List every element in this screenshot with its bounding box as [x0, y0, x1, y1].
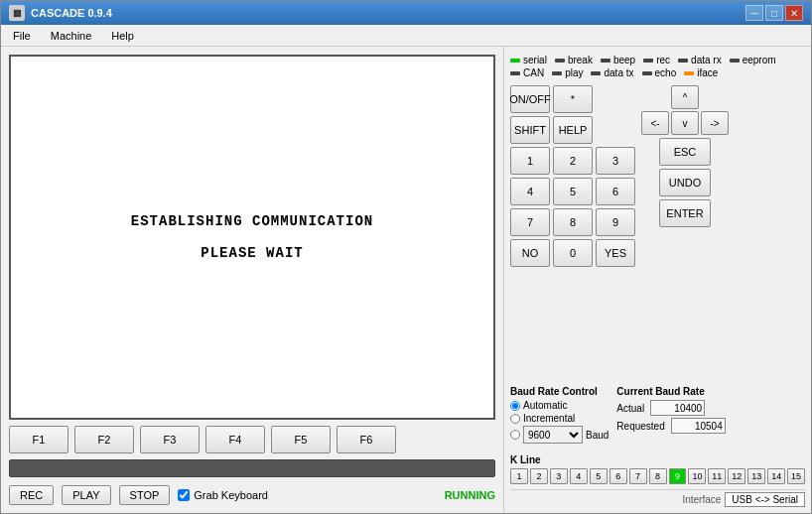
display-line2: PLEASE WAIT	[201, 245, 303, 261]
baud-requested-label: Requested	[616, 421, 664, 432]
f2-button[interactable]: F2	[74, 426, 134, 453]
keypad-row-123: 1 2 3	[510, 147, 635, 175]
indicator-data-tx: data tx	[591, 67, 633, 78]
esc-button[interactable]: ESC	[659, 138, 711, 166]
kline-btn-4[interactable]: 4	[570, 468, 588, 484]
arrow-middle-row: <- v ->	[641, 111, 729, 135]
menu-file[interactable]: File	[5, 28, 39, 44]
f3-button[interactable]: F3	[140, 426, 200, 453]
kline-btn-2[interactable]: 2	[530, 468, 548, 484]
baud-actual-field: Actual	[616, 400, 725, 416]
key-8[interactable]: 8	[553, 208, 593, 236]
left-arrow-button[interactable]: <-	[641, 111, 669, 135]
baud-right-title: Current Baud Rate	[616, 386, 725, 397]
label-echo: echo	[655, 67, 677, 78]
radio-automatic: Automatic	[510, 400, 609, 411]
label-beep: beep	[613, 55, 635, 65]
led-serial	[510, 59, 520, 63]
radio-manual-input[interactable]	[510, 430, 520, 440]
keypad-row-456: 4 5 6	[510, 178, 635, 205]
kline-btn-7[interactable]: 7	[629, 468, 647, 484]
key-0[interactable]: 0	[553, 239, 593, 267]
key-1[interactable]: 1	[510, 147, 550, 175]
no-button[interactable]: NO	[510, 239, 550, 267]
rec-button[interactable]: REC	[9, 485, 54, 505]
baud-select[interactable]: 9600 4800 19200 38400	[523, 426, 583, 444]
baud-left: Baud Rate Control Automatic Incremental …	[510, 386, 609, 446]
led-play	[552, 71, 562, 75]
baud-actual-input[interactable]	[650, 400, 705, 416]
led-beep	[601, 59, 610, 63]
help-button[interactable]: HELP	[553, 116, 593, 144]
kline-btn-9[interactable]: 9	[669, 468, 687, 484]
kline-btn-8[interactable]: 8	[649, 468, 667, 484]
f1-button[interactable]: F1	[9, 426, 68, 453]
indicator-echo: echo	[642, 67, 677, 78]
kline-btn-13[interactable]: 13	[747, 468, 765, 484]
shift-button[interactable]: SHIFT	[510, 116, 550, 144]
indicator-can: CAN	[510, 67, 544, 78]
kline-section: K Line 1 2 3 4 5 6 7 8 9 10 11 12 13 14 …	[510, 452, 805, 486]
onoff-button[interactable]: ON/OFF	[510, 85, 550, 113]
kline-btn-14[interactable]: 14	[767, 468, 785, 484]
led-data-tx	[591, 71, 601, 75]
star-button[interactable]: *	[553, 85, 593, 113]
led-break	[555, 59, 565, 63]
enter-button[interactable]: ENTER	[659, 199, 711, 227]
kline-btn-15[interactable]: 15	[787, 468, 805, 484]
menu-help[interactable]: Help	[103, 28, 142, 44]
yes-button[interactable]: YES	[596, 239, 635, 267]
title-bar: ▦ CASCADE 0.9.4 ─ □ ✕	[1, 1, 811, 25]
down-arrow-button[interactable]: v	[671, 111, 699, 135]
kline-buttons: 1 2 3 4 5 6 7 8 9 10 11 12 13 14 15	[510, 468, 805, 484]
key-2[interactable]: 2	[553, 147, 593, 175]
baud-requested-input[interactable]	[671, 418, 726, 434]
undo-button[interactable]: UNDO	[659, 169, 711, 196]
kline-btn-12[interactable]: 12	[728, 468, 745, 484]
label-can: CAN	[523, 67, 544, 78]
keypad-row-789: 7 8 9	[510, 208, 635, 236]
key-4[interactable]: 4	[510, 178, 550, 205]
key-6[interactable]: 6	[596, 178, 635, 205]
key-3[interactable]: 3	[596, 147, 635, 175]
menu-machine[interactable]: Machine	[43, 28, 100, 44]
f4-button[interactable]: F4	[205, 426, 265, 453]
indicator-iface: iface	[684, 67, 718, 78]
up-arrow-button[interactable]: ^	[671, 85, 699, 109]
f6-button[interactable]: F6	[337, 426, 396, 453]
label-serial: serial	[523, 55, 547, 65]
radio-incremental-input[interactable]	[510, 414, 520, 424]
key-5[interactable]: 5	[553, 178, 593, 205]
right-arrow-button[interactable]: ->	[701, 111, 729, 135]
radio-manual: 9600 4800 19200 38400 Baud	[510, 426, 609, 444]
kline-btn-6[interactable]: 6	[609, 468, 627, 484]
indicator-break: break	[555, 55, 593, 65]
function-keys: F1 F2 F3 F4 F5 F6	[9, 426, 495, 453]
close-button[interactable]: ✕	[785, 5, 803, 21]
minimize-button[interactable]: ─	[745, 5, 763, 21]
kline-btn-3[interactable]: 3	[550, 468, 568, 484]
f5-button[interactable]: F5	[271, 426, 331, 453]
status-running: RUNNING	[445, 489, 495, 501]
play-button[interactable]: PLAY	[62, 485, 110, 505]
kline-btn-11[interactable]: 11	[708, 468, 726, 484]
display-area: ESTABLISHING COMMUNICATION PLEASE WAIT	[9, 55, 495, 420]
label-iface: iface	[697, 67, 718, 78]
stop-button[interactable]: STOP	[119, 485, 171, 505]
progress-bar	[9, 459, 495, 477]
kline-btn-1[interactable]: 1	[510, 468, 528, 484]
radio-automatic-input[interactable]	[510, 401, 520, 411]
indicator-play: play	[552, 67, 583, 78]
key-9[interactable]: 9	[596, 208, 635, 236]
label-break: break	[568, 55, 593, 65]
maximize-button[interactable]: □	[765, 5, 783, 21]
baud-section: Baud Rate Control Automatic Incremental …	[510, 382, 805, 450]
kline-btn-10[interactable]: 10	[688, 468, 706, 484]
grab-keyboard-container: Grab Keyboard	[178, 489, 268, 501]
key-7[interactable]: 7	[510, 208, 550, 236]
baud-label: Baud	[586, 430, 609, 441]
label-data-rx: data rx	[691, 55, 722, 65]
kline-btn-5[interactable]: 5	[590, 468, 608, 484]
grab-keyboard-checkbox[interactable]	[178, 489, 190, 501]
led-echo	[642, 71, 652, 75]
